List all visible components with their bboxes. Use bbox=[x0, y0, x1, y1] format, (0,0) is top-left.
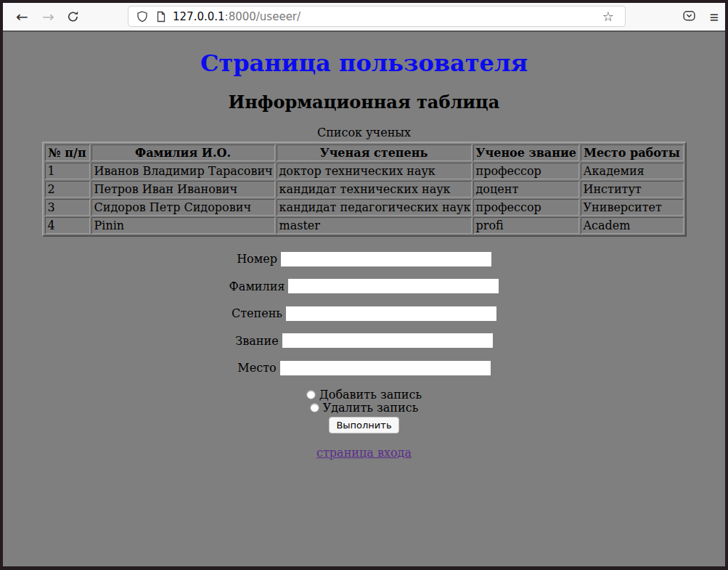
cell: кандидат педагогических наук bbox=[277, 199, 472, 216]
surname-input[interactable] bbox=[288, 279, 499, 293]
surname-label: Фамилия bbox=[229, 280, 285, 293]
login-page-link[interactable]: страница входа bbox=[316, 446, 412, 460]
radio-delete-label: Удалить запись bbox=[323, 401, 419, 415]
cell: 1 bbox=[45, 163, 90, 179]
form-row: Фамилия bbox=[3, 279, 725, 294]
radio-option-delete[interactable]: Удалить запись bbox=[3, 402, 725, 415]
cell: профессор bbox=[473, 199, 579, 216]
address-bar[interactable]: 127.0.0.1:8000/useeer/ ☆ bbox=[128, 6, 626, 27]
rank-label: Звание bbox=[235, 334, 278, 348]
cell: Сидоров Петр Сидорович bbox=[91, 199, 275, 216]
radio-icon bbox=[310, 403, 319, 412]
page-info-icon[interactable] bbox=[156, 11, 166, 23]
cell: 2 bbox=[45, 181, 90, 198]
table-caption: Список ученых bbox=[42, 126, 687, 142]
url-text: 127.0.0.1:8000/useeer/ bbox=[173, 10, 300, 23]
place-input[interactable] bbox=[280, 361, 491, 375]
bookmark-star-icon[interactable]: ☆ bbox=[598, 9, 618, 24]
cell: Academ bbox=[581, 217, 684, 234]
table-row: 3 Сидоров Петр Сидорович кандидат педаго… bbox=[45, 199, 684, 216]
radio-add-label: Добавить запись bbox=[319, 388, 422, 402]
execute-button[interactable]: Выполнить bbox=[329, 417, 398, 433]
forward-button[interactable]: → bbox=[42, 9, 54, 24]
cell: кандидат технических наук bbox=[277, 181, 472, 198]
radio-option-add[interactable]: Добавить запись bbox=[3, 388, 725, 402]
form-row: Место bbox=[3, 360, 725, 375]
url-host: 127.0.0.1 bbox=[173, 10, 225, 23]
number-label: Номер bbox=[237, 252, 277, 266]
form-row: Звание bbox=[3, 333, 725, 349]
pocket-icon[interactable] bbox=[682, 9, 696, 25]
degree-input[interactable] bbox=[286, 306, 496, 321]
degree-label: Степень bbox=[232, 306, 282, 320]
cell: master bbox=[277, 217, 472, 234]
record-form: Номер Фамилия Степень Звание Место Добав… bbox=[3, 251, 725, 433]
table-row: 1 Иванов Владимир Тарасович доктор техни… bbox=[45, 163, 684, 179]
reload-button[interactable] bbox=[67, 11, 79, 23]
cell: доцент bbox=[473, 181, 579, 198]
form-row: Степень bbox=[3, 306, 725, 321]
browser-window: ← → 127.0.0.1:8000/useeer/ ☆ bbox=[3, 3, 725, 566]
form-row: Номер bbox=[3, 251, 725, 266]
cell: 4 bbox=[45, 217, 90, 234]
back-button[interactable]: ← bbox=[16, 9, 28, 24]
col-header-surname: Фамилия И.О. bbox=[91, 144, 275, 161]
table-row: 2 Петров Иван Иванович кандидат техничес… bbox=[45, 181, 684, 198]
table-row: 4 Pinin master profi Academ bbox=[45, 217, 684, 234]
col-header-degree: Ученая степень bbox=[277, 144, 472, 161]
col-header-number: № п/п bbox=[45, 144, 90, 161]
cell: Pinin bbox=[91, 217, 275, 234]
place-label: Место bbox=[237, 361, 276, 375]
table-header-row: № п/п Фамилия И.О. Ученая степень Ученое… bbox=[45, 144, 684, 161]
cell: доктор технических наук bbox=[277, 163, 472, 179]
cell: profi bbox=[473, 217, 579, 234]
reload-icon bbox=[67, 11, 79, 23]
page-subtitle: Информационная таблица bbox=[3, 91, 725, 113]
shield-icon[interactable] bbox=[136, 11, 148, 23]
url-path: :8000/useeer/ bbox=[225, 10, 301, 23]
cell: Университет bbox=[581, 199, 684, 216]
browser-toolbar: ← → 127.0.0.1:8000/useeer/ ☆ bbox=[3, 3, 725, 32]
cell: Академия bbox=[581, 163, 684, 179]
menu-icon[interactable]: ≡ bbox=[710, 9, 719, 25]
cell: Иванов Владимир Тарасович bbox=[91, 163, 275, 179]
cell: 3 bbox=[45, 199, 90, 216]
link-row: страница входа bbox=[3, 446, 725, 460]
rank-input[interactable] bbox=[282, 333, 493, 348]
cell: Петров Иван Иванович bbox=[91, 181, 275, 198]
cell: Институт bbox=[581, 181, 684, 198]
number-input[interactable] bbox=[281, 252, 491, 266]
radio-icon bbox=[306, 390, 316, 399]
col-header-workplace: Место работы bbox=[581, 144, 684, 161]
page-content: Страница пользователя Информационная таб… bbox=[3, 32, 725, 566]
action-radio-group: Добавить запись Удалить запись bbox=[3, 388, 725, 415]
page-title: Страница пользователя bbox=[3, 49, 725, 77]
cell: профессор bbox=[473, 163, 579, 179]
col-header-rank: Ученое звание bbox=[473, 144, 579, 161]
scientists-table: Список ученых № п/п Фамилия И.О. Ученая … bbox=[42, 126, 687, 237]
